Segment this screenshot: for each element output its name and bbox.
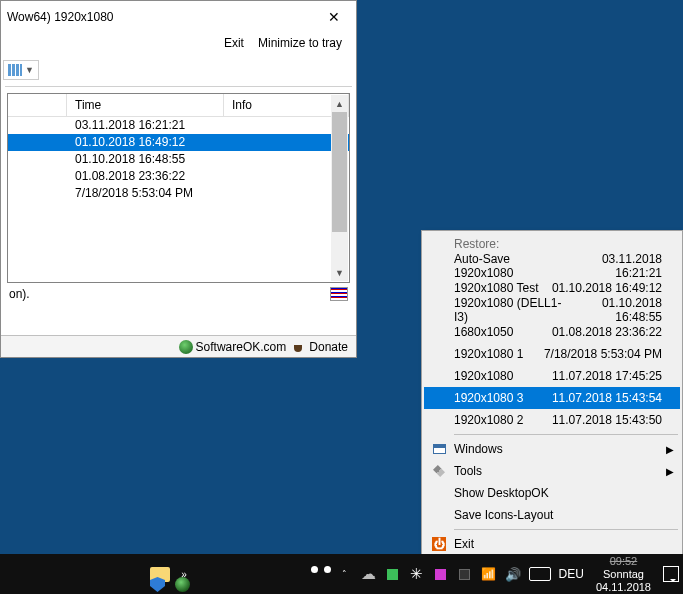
restore-item[interactable]: 1680x105001.08.2018 23:36:22 — [424, 321, 680, 343]
tray-onedrive[interactable] — [357, 554, 381, 594]
chevron-right-icon: ▶ — [666, 466, 674, 477]
menu-tools[interactable]: Tools ▶ — [424, 460, 680, 482]
touch-keyboard[interactable] — [525, 554, 555, 594]
donate-link[interactable]: Donate — [292, 340, 348, 354]
action-center[interactable] — [659, 554, 683, 594]
scroll-thumb[interactable] — [332, 112, 347, 232]
restore-item[interactable]: 1920x1080 17/18/2018 5:53:04 PM — [424, 343, 680, 365]
menu-separator — [454, 434, 678, 435]
tray-context-menu: Restore: Auto-Save 1920x108003.11.2018 1… — [421, 230, 683, 580]
people-button[interactable] — [309, 554, 333, 594]
chevron-up-icon: ˄ — [342, 569, 347, 579]
close-button[interactable]: ✕ — [311, 2, 356, 31]
restore-item[interactable]: 1920x1080 (DELL1-I3)01.10.2018 16:48:55 — [424, 299, 680, 321]
menu-separator — [454, 529, 678, 530]
people-icon — [311, 566, 331, 582]
coffee-icon — [292, 340, 306, 354]
list-row[interactable]: 01.10.2018 16:48:55 — [8, 151, 349, 168]
menu-exit[interactable]: Exit — [224, 36, 244, 50]
tray-app-asterisk[interactable]: ✳ — [405, 554, 429, 594]
window-title: Wow64) 1920x1080 — [7, 10, 311, 24]
cell-time: 03.11.2018 16:21:21 — [67, 117, 224, 134]
taskbar-date: 04.11.2018 — [596, 581, 651, 594]
scroll-down-icon[interactable]: ▼ — [331, 264, 348, 281]
app-window: Wow64) 1920x1080 ✕ Exit Minimize to tray… — [0, 0, 357, 358]
asterisk-icon: ✳ — [410, 565, 423, 583]
website-link[interactable]: SoftwareOK.com — [179, 340, 287, 354]
list-row[interactable]: 01.08.2018 23:36:22 — [8, 168, 349, 185]
globe-icon — [179, 340, 193, 354]
restore-item-date: 11.07.2018 15:43:50 — [552, 413, 662, 427]
windows-icon — [431, 441, 447, 457]
cell-blank — [8, 185, 67, 202]
col-blank[interactable] — [8, 94, 67, 117]
notification-icon — [663, 566, 679, 582]
chevron-right-icon: ▶ — [666, 444, 674, 455]
security-icon[interactable] — [150, 577, 165, 592]
tools-icon — [431, 463, 447, 479]
restore-item-date: 01.10.2018 16:48:55 — [563, 296, 662, 324]
keyboard-icon — [529, 567, 551, 581]
tray-app-magenta[interactable] — [429, 554, 453, 594]
cell-blank — [8, 117, 67, 134]
list-header: Time Info — [8, 94, 349, 117]
tray-app-green[interactable] — [381, 554, 405, 594]
restore-item-date: 7/18/2018 5:53:04 PM — [544, 347, 662, 361]
restore-item[interactable]: 1920x1080 211.07.2018 15:43:50 — [424, 409, 680, 431]
restore-item-name: 1920x1080 2 — [454, 413, 523, 427]
list-body: 03.11.2018 16:21:2101.10.2018 16:49:1201… — [8, 117, 349, 282]
view-dropdown[interactable]: ▼ — [3, 60, 39, 80]
clock[interactable]: 09:52 Sonntag 04.11.2018 — [588, 555, 659, 594]
col-time[interactable]: Time — [67, 94, 224, 117]
restore-item-date: 03.11.2018 16:21:21 — [562, 252, 662, 280]
calendar-icon[interactable] — [330, 287, 348, 301]
menu-minimize-to-tray[interactable]: Minimize to tray — [258, 36, 342, 50]
menu-save-layout[interactable]: Save Icons-Layout — [424, 504, 680, 526]
cell-time: 01.08.2018 23:36:22 — [67, 168, 224, 185]
save-list: Time Info 03.11.2018 16:21:2101.10.2018 … — [7, 93, 350, 283]
window-footer: SoftwareOK.com Donate — [1, 335, 356, 357]
taskbar: » ˄ ✳ DEU 09:52 Sonntag 04.11.2018 — [0, 554, 683, 594]
restore-item-name: 1920x1080 1 — [454, 347, 523, 361]
restore-item[interactable]: 1920x108011.07.2018 17:45:25 — [424, 365, 680, 387]
cell-time: 01.10.2018 16:49:12 — [67, 134, 224, 151]
list-row[interactable]: 03.11.2018 16:21:21 — [8, 117, 349, 134]
scroll-up-icon[interactable]: ▲ — [331, 95, 348, 112]
restore-item-date: 01.10.2018 16:49:12 — [552, 281, 662, 295]
restore-item-name: 1920x1080 3 — [454, 391, 523, 405]
titlebar[interactable]: Wow64) 1920x1080 ✕ — [1, 1, 356, 32]
language-indicator[interactable]: DEU — [555, 567, 588, 581]
website-label: SoftwareOK.com — [196, 340, 287, 354]
cell-blank — [8, 168, 67, 185]
tray-sound[interactable] — [501, 554, 525, 594]
tray-network[interactable] — [477, 554, 501, 594]
restore-item-name: 1680x1050 — [454, 325, 513, 339]
cell-time: 01.10.2018 16:48:55 — [67, 151, 224, 168]
restore-item-date: 01.08.2018 23:36:22 — [552, 325, 662, 339]
restore-item[interactable]: Auto-Save 1920x108003.11.2018 16:21:21 — [424, 255, 680, 277]
list-row[interactable]: 01.10.2018 16:49:12 — [8, 134, 349, 151]
restore-item-name: 1920x1080 — [454, 369, 513, 383]
list-row[interactable]: 7/18/2018 5:53:04 PM — [8, 185, 349, 202]
globe-icon[interactable] — [175, 577, 190, 592]
tray-overflow[interactable]: ˄ — [333, 554, 357, 594]
scrollbar[interactable]: ▲ ▼ — [331, 95, 348, 281]
cell-blank — [8, 134, 67, 151]
status-row: on). — [1, 283, 356, 305]
restore-item-name: 1920x1080 Test — [454, 281, 539, 295]
grid-icon — [8, 63, 22, 77]
menubar: Exit Minimize to tray — [1, 32, 356, 54]
restore-item-name: Auto-Save 1920x1080 — [454, 252, 562, 280]
restore-item-date: 11.07.2018 17:45:25 — [552, 369, 662, 383]
menu-show-desktopok[interactable]: Show DesktopOK — [424, 482, 680, 504]
tray-app-dark[interactable] — [453, 554, 477, 594]
restore-item-name: 1920x1080 (DELL1-I3) — [454, 296, 563, 324]
wifi-icon — [480, 565, 498, 583]
exit-icon: ⏻ — [431, 536, 447, 552]
menu-exit[interactable]: ⏻ Exit — [424, 533, 680, 555]
restore-item[interactable]: 1920x1080 311.07.2018 15:43:54 — [424, 387, 680, 409]
separator — [5, 86, 352, 87]
taskbar-time: 09:52 — [596, 555, 651, 568]
menu-windows[interactable]: Windows ▶ — [424, 438, 680, 460]
cell-time: 7/18/2018 5:53:04 PM — [67, 185, 224, 202]
